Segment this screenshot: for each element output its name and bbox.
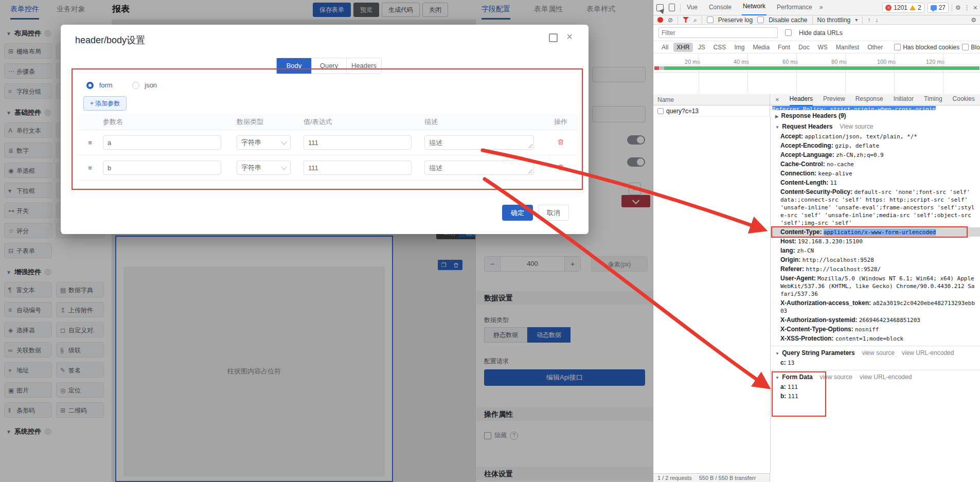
device-toolbar-icon[interactable] <box>669 4 675 11</box>
devtools-panel: VueConsoleNetworkPerformance » ×1201 2 2… <box>653 0 980 482</box>
type-filter-chip[interactable]: JS <box>695 43 708 52</box>
request-row[interactable]: query?c=13 <box>653 105 770 117</box>
devtools-tab[interactable]: Performance <box>776 0 813 15</box>
close-icon[interactable]: ✕ <box>566 32 573 42</box>
kebab-menu-icon[interactable]: ⋮ <box>964 4 970 11</box>
preserve-log-checkbox[interactable] <box>707 16 714 23</box>
detail-tab[interactable]: Preview <box>823 94 845 105</box>
table-row: ≡ 字符串 <box>77 130 577 155</box>
devtools-tab[interactable]: Network <box>742 0 767 16</box>
param-desc-input[interactable] <box>425 161 526 174</box>
timeline-gridline <box>747 53 748 94</box>
network-settings-gear-icon[interactable]: ⚙ <box>971 16 976 24</box>
disclosure-down-icon: ▼ <box>775 351 779 356</box>
timeline-overview[interactable] <box>653 65 980 73</box>
query-string-section[interactable]: ▼ Query String Parameters view source vi… <box>770 347 980 358</box>
name-column-header[interactable]: Name <box>653 94 770 105</box>
type-filter-chip[interactable]: Other <box>864 43 886 52</box>
type-filter-chip[interactable]: Manifest <box>833 43 862 52</box>
record-icon[interactable] <box>657 17 663 23</box>
request-header-line: Acceptapplication/json, text/plain, */* <box>770 132 980 141</box>
radio-json[interactable]: json <box>132 81 157 89</box>
param-value-input[interactable] <box>304 135 412 150</box>
view-source-link[interactable]: View source <box>840 123 873 130</box>
devtools-tab[interactable]: Console <box>708 0 733 15</box>
view-source-link[interactable]: view source <box>862 349 895 356</box>
type-filter-chip[interactable]: Doc <box>795 43 812 52</box>
gear-icon[interactable]: ⚙ <box>955 4 961 11</box>
extra-filter-checkbox[interactable] <box>894 44 901 50</box>
request-headers-section[interactable]: ▼ Request Headers View source <box>770 121 980 132</box>
filter-input[interactable] <box>658 27 778 38</box>
timeline-tick: 20 ms <box>653 59 702 65</box>
request-header-line: X-Authorization-access_tokena82a3019c2c0… <box>770 298 980 315</box>
param-desc-input[interactable] <box>425 136 526 149</box>
type-filter-chip[interactable]: Img <box>731 43 747 52</box>
param-name-input[interactable] <box>103 160 221 175</box>
dialog-tab[interactable]: Body <box>276 58 311 74</box>
confirm-button[interactable]: 确定 <box>502 205 533 221</box>
drag-handle-icon[interactable]: ≡ <box>77 164 103 172</box>
chevron-down-icon <box>281 164 287 170</box>
clear-icon[interactable]: ⊘ <box>668 16 673 24</box>
filter-funnel-icon[interactable] <box>683 17 689 23</box>
name-column-body <box>653 117 771 473</box>
param-name-input[interactable] <box>103 135 221 150</box>
close-details-icon[interactable]: × <box>775 96 779 103</box>
delete-row-icon[interactable] <box>557 164 564 171</box>
extra-filter-checkbox[interactable] <box>962 44 969 50</box>
response-headers-section[interactable]: ▶ Response Headers (9) <box>770 110 980 121</box>
close-devtools-icon[interactable]: × <box>973 4 977 12</box>
table-header-row: 参数名 数据类型 值/表达式 描述 操作 <box>77 114 577 130</box>
search-icon[interactable]: ⌕ <box>693 16 697 24</box>
detail-tab[interactable]: Initiator <box>894 94 914 105</box>
view-source-link[interactable]: view source <box>820 373 852 381</box>
type-filter-chip[interactable]: XHR <box>673 43 692 52</box>
type-filter-chip[interactable]: Font <box>775 43 793 52</box>
disclosure-down-icon: ▼ <box>775 376 779 380</box>
resize-handle[interactable] <box>528 144 532 148</box>
resize-handle[interactable] <box>528 169 532 173</box>
data-type-select[interactable]: 字符串 <box>237 160 291 175</box>
error-warning-badge[interactable]: ×1201 2 <box>882 3 924 13</box>
add-param-button[interactable]: + 添加参数 <box>83 96 127 111</box>
filter-row: Hide data URLs <box>653 25 980 41</box>
cancel-button[interactable]: 取消 <box>538 205 569 221</box>
timeline-gridline <box>796 53 797 94</box>
issues-badge[interactable]: 27 <box>928 3 949 13</box>
headers-detail-pane: Referrer Policy: strict-origin-when-cros… <box>770 105 980 473</box>
param-value-input[interactable] <box>304 160 412 175</box>
import-har-icon[interactable]: ↑ <box>867 16 870 24</box>
data-type-select[interactable]: 字符串 <box>237 135 291 150</box>
timeline-ruler: 20 ms40 ms60 ms80 ms100 ms120 ms <box>653 53 980 65</box>
hide-data-urls-checkbox[interactable] <box>785 29 792 36</box>
type-filter-chip[interactable]: Media <box>750 43 773 52</box>
delete-row-icon[interactable] <box>557 138 564 146</box>
throttling-select[interactable]: No throttling <box>817 16 851 24</box>
disable-cache-checkbox[interactable] <box>757 16 764 23</box>
type-filter-chip[interactable]: CSS <box>710 43 729 52</box>
devtools-tabbar: VueConsoleNetworkPerformance » ×1201 2 2… <box>653 0 980 15</box>
drag-handle-icon[interactable]: ≡ <box>77 139 103 147</box>
detail-tab[interactable]: Response <box>856 94 883 105</box>
export-har-icon[interactable]: ↓ <box>875 16 878 24</box>
detail-tab[interactable]: Timing <box>924 94 942 105</box>
dialog-tab[interactable]: Headers <box>346 58 381 74</box>
dialog-tab[interactable]: Query <box>311 58 346 74</box>
detail-tab[interactable]: Cookies <box>953 94 975 105</box>
view-url-encoded-link[interactable]: view URL-encoded <box>902 349 954 356</box>
radio-icon <box>86 82 94 89</box>
request-header-line: User-AgentMozilla/5.0 (Windows NT 6.1; W… <box>770 274 980 298</box>
fullscreen-icon[interactable] <box>549 33 558 42</box>
detail-tab[interactable]: Headers <box>790 94 813 106</box>
type-filter-chip[interactable]: All <box>658 43 671 52</box>
devtools-tab[interactable]: Vue <box>686 0 699 15</box>
more-tabs-icon[interactable]: » <box>818 0 824 15</box>
radio-form[interactable]: form <box>86 81 113 89</box>
type-filter-chip[interactable]: WS <box>814 43 830 52</box>
view-url-encoded-link[interactable]: view URL-encoded <box>860 373 912 381</box>
chat-bubble-icon <box>931 5 937 10</box>
table-row: ≡ 字符串 <box>77 155 577 181</box>
inspect-icon[interactable] <box>656 4 664 11</box>
request-header-line: Refererhttp://localhost:9528/ <box>770 264 980 274</box>
